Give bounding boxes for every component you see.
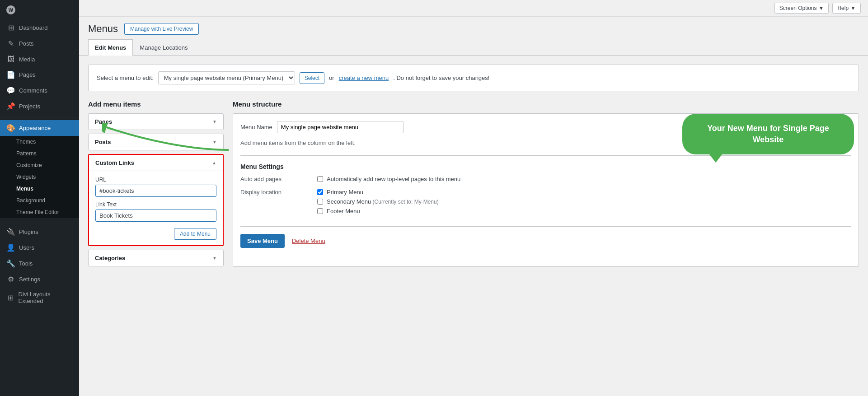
url-input[interactable] xyxy=(95,185,216,197)
select-menu-row: Select a menu to edit: My single page we… xyxy=(88,65,859,91)
footer-menu-checkbox[interactable] xyxy=(317,208,323,214)
sidebar-item-label: Divi Layouts Extended xyxy=(19,291,73,304)
create-menu-link[interactable]: create a new menu xyxy=(339,75,389,81)
sidebar-item-menus[interactable]: Menus xyxy=(0,183,79,195)
sidebar-item-projects[interactable]: 📌 Projects xyxy=(0,98,79,114)
sidebar-item-settings[interactable]: ⚙ Settings xyxy=(0,271,79,287)
sidebar-item-dashboard[interactable]: ⊞ Dashboard xyxy=(0,20,79,36)
top-bar: Screen Options ▼ Help ▼ xyxy=(79,0,868,17)
custom-links-accordion-header[interactable]: Custom Links ▲ xyxy=(89,155,223,171)
screen-options-button[interactable]: Screen Options ▼ xyxy=(774,3,829,14)
primary-menu-checkbox[interactable] xyxy=(317,189,323,195)
sidebar-item-users[interactable]: 👤 Users xyxy=(0,240,79,256)
settings-icon: ⚙ xyxy=(6,275,15,284)
auto-add-pages-row: Auto add pages Automatically add new top… xyxy=(240,176,851,185)
menu-select-dropdown[interactable]: My single page website menu (Primary Men… xyxy=(158,71,295,84)
auto-add-checkbox-row: Automatically add new top-level pages to… xyxy=(317,176,851,182)
nav-tabs: Edit Menus Manage Locations xyxy=(79,39,868,56)
right-column: Menu structure Your New Menu for Single … xyxy=(233,100,859,270)
sidebar-item-background[interactable]: Background xyxy=(0,195,79,206)
add-menu-items-title: Add menu items xyxy=(88,100,224,108)
sidebar-item-divi[interactable]: ⊞ Divi Layouts Extended xyxy=(0,287,79,308)
pages-accordion: Pages ▼ xyxy=(88,113,224,130)
dashboard-icon: ⊞ xyxy=(6,23,15,32)
custom-links-accordion: Custom Links ▲ URL Link Text xyxy=(88,154,224,246)
pages-chevron-down-icon: ▼ xyxy=(212,119,217,124)
tab-manage-locations[interactable]: Manage Locations xyxy=(133,39,194,56)
help-arrow-icon: ▼ xyxy=(850,5,856,11)
categories-accordion-header[interactable]: Categories ▼ xyxy=(89,250,223,266)
appearance-icon: 🎨 xyxy=(6,124,15,132)
sidebar-logo: W xyxy=(0,0,79,20)
green-callout-bubble: Your New Menu for Single Page Website xyxy=(682,114,854,154)
select-menu-label: Select a menu to edit: xyxy=(97,75,154,81)
sidebar: W ⊞ Dashboard ✎ Posts 🖼 Media 📄 Pages 💬 … xyxy=(0,0,79,396)
pages-accordion-header[interactable]: Pages ▼ xyxy=(89,114,223,130)
categories-chevron-down-icon: ▼ xyxy=(212,256,217,261)
comments-icon: 💬 xyxy=(6,86,15,95)
link-text-label: Link Text xyxy=(95,201,216,208)
help-button[interactable]: Help ▼ xyxy=(832,3,861,14)
sidebar-item-label: Posts xyxy=(19,40,34,47)
sidebar-item-tools[interactable]: 🔧 Tools xyxy=(0,256,79,271)
sidebar-item-label: Media xyxy=(19,56,35,63)
sidebar-item-comments[interactable]: 💬 Comments xyxy=(0,83,79,98)
menu-settings: Menu Settings Auto add pages Automatical… xyxy=(240,155,851,217)
categories-accordion: Categories ▼ xyxy=(88,250,224,266)
sidebar-item-label: Pages xyxy=(19,71,36,78)
auto-add-checkbox[interactable] xyxy=(317,176,323,182)
select-button[interactable]: Select xyxy=(300,72,324,84)
page-title: Menus xyxy=(88,23,118,35)
delete-menu-button[interactable]: Delete Menu xyxy=(292,238,325,244)
sidebar-item-themes[interactable]: Themes xyxy=(0,136,79,148)
primary-menu-label: Primary Menu xyxy=(327,189,363,196)
sidebar-item-patterns[interactable]: Patterns xyxy=(0,148,79,159)
save-menu-button[interactable]: Save Menu xyxy=(240,234,285,248)
left-column: Add menu items Pages ▼ Posts ▼ xyxy=(88,100,224,270)
projects-icon: 📌 xyxy=(6,102,15,111)
link-text-input[interactable] xyxy=(95,210,216,222)
posts-accordion-header[interactable]: Posts ▼ xyxy=(89,134,223,150)
posts-chevron-down-icon: ▼ xyxy=(212,140,217,144)
sidebar-separator-2 xyxy=(0,221,79,221)
sidebar-item-label: Tools xyxy=(19,260,33,267)
add-to-menu-button[interactable]: Add to Menu xyxy=(174,228,216,240)
menu-settings-title: Menu Settings xyxy=(240,163,851,170)
main-content: Screen Options ▼ Help ▼ Menus Manage wit… xyxy=(79,0,868,396)
content-area: Select a menu to edit: My single page we… xyxy=(79,56,868,279)
menu-structure-title: Menu structure xyxy=(233,100,859,108)
users-icon: 👤 xyxy=(6,243,15,252)
sidebar-item-label: Comments xyxy=(19,87,47,94)
sidebar-item-label: Settings xyxy=(19,276,40,283)
sidebar-item-label: Plugins xyxy=(19,228,38,235)
sidebar-item-customize[interactable]: Customize xyxy=(0,159,79,171)
tab-edit-menus[interactable]: Edit Menus xyxy=(88,39,133,56)
sidebar-item-pages[interactable]: 📄 Pages xyxy=(0,67,79,83)
footer-menu-checkbox-row: Footer Menu xyxy=(317,208,851,214)
action-row: Save Menu Delete Menu xyxy=(240,226,851,248)
sidebar-item-posts[interactable]: ✎ Posts xyxy=(0,36,79,51)
sidebar-item-media[interactable]: 🖼 Media xyxy=(0,51,79,67)
menu-structure-panel: Your New Menu for Single Page Website xyxy=(233,113,859,267)
divi-icon: ⊞ xyxy=(6,294,15,302)
custom-links-chevron-up-icon: ▲ xyxy=(212,160,216,165)
add-to-menu-row: Add to Menu xyxy=(95,226,216,240)
sidebar-separator xyxy=(0,117,79,117)
plugins-icon: 🔌 xyxy=(6,228,15,236)
secondary-menu-checkbox[interactable] xyxy=(317,199,323,205)
or-text: or xyxy=(329,75,334,81)
live-preview-button[interactable]: Manage with Live Preview xyxy=(124,23,199,35)
menu-name-input[interactable] xyxy=(277,121,404,133)
appearance-submenu: Themes Patterns Customize Widgets Menus … xyxy=(0,136,79,218)
sidebar-item-plugins[interactable]: 🔌 Plugins xyxy=(0,224,79,240)
sidebar-item-appearance[interactable]: 🎨 Appearance xyxy=(0,120,79,136)
auto-add-text: Automatically add new top-level pages to… xyxy=(327,176,460,182)
url-form-row: URL xyxy=(95,177,216,197)
url-label: URL xyxy=(95,177,216,183)
tools-icon: 🔧 xyxy=(6,259,15,268)
sidebar-item-theme-file-editor[interactable]: Theme File Editor xyxy=(0,206,79,218)
secondary-menu-checkbox-row: Secondary Menu (Currently set to: My-Men… xyxy=(317,198,851,205)
sidebar-item-widgets[interactable]: Widgets xyxy=(0,171,79,183)
display-location-value: Primary Menu Secondary Menu (Currently s… xyxy=(317,189,851,217)
reminder-text: . Do not forget to save your changes! xyxy=(393,75,489,81)
